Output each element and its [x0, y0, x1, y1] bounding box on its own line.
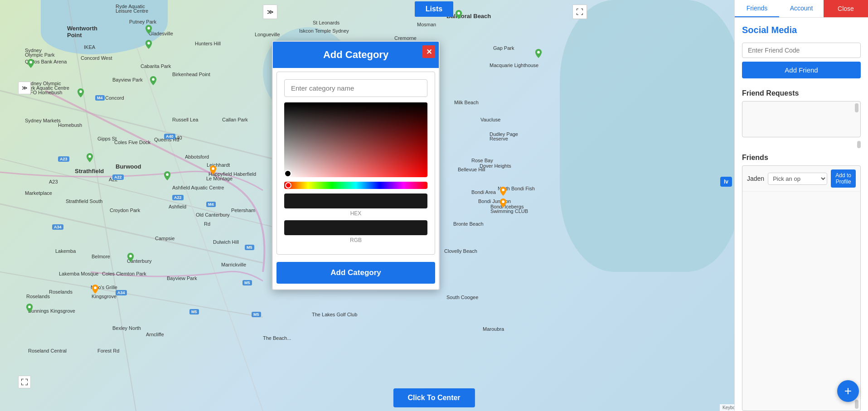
- svg-point-8: [152, 78, 155, 81]
- road-marker-m4-2: M4: [206, 202, 216, 207]
- road-marker-a40: A40: [164, 134, 175, 139]
- live-indicator: lv: [720, 177, 732, 187]
- svg-point-16: [537, 51, 540, 53]
- road-marker-m5-2: M5: [242, 280, 252, 285]
- map-pin-bay: [149, 76, 158, 85]
- svg-line-0: [0, 91, 272, 159]
- map-pin-coles-clemton: [126, 253, 135, 262]
- map-pin-qudos: [26, 59, 35, 68]
- expand-bottom-left-button[interactable]: [18, 376, 31, 388]
- modal-title: Add Category: [323, 49, 388, 60]
- svg-point-15: [457, 12, 460, 15]
- social-panel: Friends Account Close Social Media Add F…: [734, 0, 868, 411]
- svg-point-9: [79, 90, 82, 93]
- expand-arrows-icon: [21, 379, 28, 385]
- map-pin-ashfield: [163, 171, 172, 180]
- road-marker-m4: M4: [95, 95, 105, 101]
- fullscreen-icon: [576, 8, 583, 15]
- tab-friends[interactable]: Friends: [735, 0, 779, 17]
- road-marker-m5: M5: [245, 245, 254, 250]
- collapse-button[interactable]: ≫: [263, 5, 277, 19]
- modal-close-button[interactable]: ✕: [422, 45, 435, 58]
- road-marker-a34b: A34: [116, 290, 127, 295]
- map-pin-gladesville: [144, 25, 153, 34]
- map-pin-dfo: [76, 88, 85, 97]
- svg-point-11: [88, 155, 91, 158]
- svg-point-20: [94, 286, 97, 289]
- friend-action-select[interactable]: Pick an op: [768, 173, 827, 185]
- map-pin-bondi-north: [499, 187, 508, 196]
- svg-point-7: [147, 42, 150, 44]
- modal-body: #000000 HEX 0, 0, 0 RGB: [276, 72, 435, 255]
- road-marker-m5-3: M5: [252, 312, 261, 317]
- social-tabs: Friends Account Close: [735, 0, 868, 18]
- svg-line-2: [68, 0, 136, 411]
- hue-cursor: [285, 182, 291, 189]
- map-pin-hornsby: [534, 49, 543, 58]
- svg-point-6: [147, 27, 150, 29]
- svg-line-1: [0, 159, 272, 227]
- category-name-input[interactable]: [284, 79, 427, 97]
- map-pin-happyfield: [209, 165, 218, 174]
- svg-point-14: [28, 305, 31, 308]
- map-pin-bondi-ice: [499, 198, 508, 208]
- expand-icon: ≫: [22, 85, 28, 91]
- scroll-down-friends-req: [857, 141, 861, 148]
- tab-account[interactable]: Account: [779, 0, 824, 17]
- add-category-submit-button[interactable]: Add Category: [276, 262, 435, 284]
- svg-line-3: [136, 45, 263, 411]
- rgb-input[interactable]: 0, 0, 0: [284, 220, 427, 235]
- friend-code-input[interactable]: [742, 43, 861, 58]
- modal-header: Add Category ✕: [273, 42, 439, 68]
- fullscreen-button[interactable]: [572, 5, 587, 19]
- click-to-center-button[interactable]: Click To Center: [393, 388, 475, 407]
- tab-close[interactable]: Close: [824, 0, 868, 17]
- color-picker-area[interactable]: [284, 102, 427, 177]
- svg-point-18: [502, 189, 504, 191]
- friend-name: Jaden: [747, 175, 764, 182]
- map-pin-balmoral: [454, 10, 463, 19]
- social-title: Social Media: [735, 18, 868, 43]
- map-pin-hunters: [144, 40, 153, 49]
- svg-point-10: [29, 61, 32, 63]
- friends-area: Jaden Pick an op Add toProfile: [742, 165, 861, 411]
- svg-point-17: [212, 167, 214, 170]
- map-pin-bunnings-kg: [25, 304, 34, 313]
- fab-button[interactable]: +: [837, 380, 859, 402]
- lists-button[interactable]: Lists: [415, 1, 453, 17]
- road-marker-a22b: A22: [172, 195, 184, 200]
- road-marker-a22: A22: [112, 174, 124, 180]
- friends-title: Friends: [735, 150, 868, 165]
- close-icon: ✕: [426, 48, 432, 56]
- rgb-label: RGB: [284, 237, 427, 243]
- road-marker-m5-4: M5: [189, 309, 199, 314]
- friend-item: Jaden Pick an op Add toProfile: [742, 166, 860, 192]
- svg-point-12: [166, 173, 169, 176]
- hue-slider[interactable]: [284, 182, 427, 189]
- svg-point-13: [129, 255, 132, 257]
- road-marker-a23: A23: [58, 156, 69, 162]
- color-gradient: [284, 102, 427, 177]
- map-pin-strathfield: [85, 153, 94, 162]
- add-to-profile-button[interactable]: Add toProfile: [831, 169, 856, 188]
- friend-requests-area: [742, 101, 861, 137]
- friends-scroll-down: [855, 400, 858, 409]
- chevron-down-icon: ≫: [267, 8, 274, 15]
- expand-left-button[interactable]: ≫: [18, 82, 31, 94]
- friend-requests-title: Friend Requests: [735, 86, 868, 101]
- add-category-modal: Add Category ✕ #000000 HEX 0, 0, 0 RGB: [272, 41, 440, 290]
- svg-point-19: [502, 200, 504, 203]
- hex-label: HEX: [284, 210, 427, 217]
- add-friend-button[interactable]: Add Friend: [742, 62, 861, 78]
- svg-line-5: [0, 272, 263, 317]
- scroll-up-indicator: [855, 103, 858, 112]
- color-cursor: [284, 170, 291, 177]
- map-pin-neos: [91, 285, 100, 294]
- hex-input[interactable]: #000000: [284, 193, 427, 208]
- road-marker-a34: A34: [52, 224, 63, 230]
